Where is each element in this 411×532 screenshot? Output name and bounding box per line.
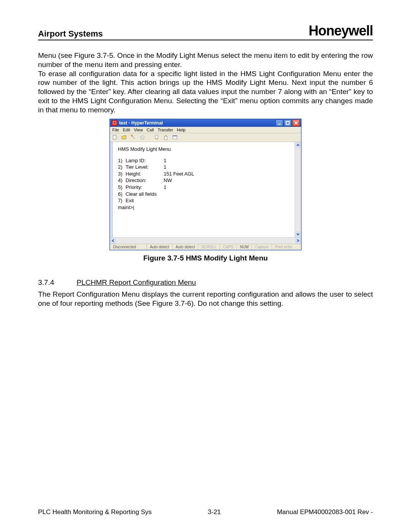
window-title: test - HyperTerminal <box>119 120 276 126</box>
svg-rect-0 <box>286 121 289 125</box>
menu-file[interactable]: File <box>112 128 119 132</box>
body-text: Menu (see Figure 3.7-5. Once in the Modi… <box>38 51 373 114</box>
section-heading: 3.7.4 PLCHMR Report Configuration Menu <box>38 278 373 287</box>
scroll-up-icon[interactable] <box>295 142 301 148</box>
properties-icon[interactable] <box>172 134 178 141</box>
figure-caption: Figure 3.7-5 HMS Modify Light Menu <box>38 254 373 262</box>
svg-rect-5 <box>164 136 167 140</box>
menu-view[interactable]: View <box>134 128 143 132</box>
status-caps: CAPS <box>220 244 237 250</box>
svg-rect-1 <box>113 135 116 139</box>
menubar: File Edit View Call Transfer Help <box>110 127 301 133</box>
receive-icon[interactable] <box>162 134 169 141</box>
page-header: Airport Systems Honeywell <box>38 23 373 40</box>
disconnect-icon[interactable] <box>139 134 146 141</box>
call-icon[interactable] <box>130 134 137 141</box>
statusbar: Disconnected Auto detect Auto detect SCR… <box>110 244 301 250</box>
section-number: 3.7.4 <box>38 278 75 287</box>
terminal-area[interactable]: HMS Modify Light Menu 1)Lamp ID:1 2)Tier… <box>113 142 295 237</box>
menu-help[interactable]: Help <box>177 128 186 132</box>
page-footer: PLC Health Monitoring & Reporting Sys 3-… <box>38 508 373 516</box>
left-gutter <box>110 142 113 237</box>
maximize-button[interactable] <box>284 120 292 126</box>
send-icon[interactable] <box>153 134 160 141</box>
toolbar <box>110 133 301 142</box>
scroll-right-icon[interactable] <box>295 238 301 244</box>
header-left: Airport Systems <box>38 29 103 39</box>
svg-rect-7 <box>173 136 177 136</box>
status-num: NUM <box>237 244 252 250</box>
status-detect1: Auto detect <box>147 244 173 250</box>
close-button[interactable] <box>292 120 300 126</box>
window-titlebar[interactable]: test - HyperTerminal <box>110 119 301 127</box>
horizontal-scrollbar[interactable] <box>110 237 301 244</box>
footer-center: 3-21 <box>208 508 221 516</box>
paragraph-1: Menu (see Figure 3.7-5. Once in the Modi… <box>38 51 373 69</box>
new-icon[interactable] <box>112 134 118 141</box>
status-connection: Disconnected <box>110 244 147 250</box>
footer-right: Manual EPM40002083-001 Rev - <box>277 508 373 516</box>
section-body: The Report Configuration Menu displays t… <box>38 290 373 308</box>
status-echo: Print echo <box>272 244 301 250</box>
status-detect2: Auto detect <box>173 244 199 250</box>
svg-rect-4 <box>155 135 158 139</box>
paragraph-2: To erase all configuration data for a sp… <box>38 69 373 115</box>
scroll-left-icon[interactable] <box>110 238 116 244</box>
minimize-button[interactable] <box>276 120 283 126</box>
terminal-prompt: maint>| <box>118 204 291 211</box>
app-icon <box>112 120 118 126</box>
status-capture: Capture <box>252 244 272 250</box>
menu-edit[interactable]: Edit <box>123 128 130 132</box>
section-title: PLCHMR Report Configuration Menu <box>76 278 196 286</box>
svg-point-2 <box>131 135 132 136</box>
hyperterminal-window: test - HyperTerminal File Edit View Call… <box>110 119 301 250</box>
menu-call[interactable]: Call <box>147 128 154 132</box>
scroll-down-icon[interactable] <box>295 231 301 237</box>
vertical-scrollbar[interactable] <box>295 142 301 237</box>
terminal-title: HMS Modify Light Menu <box>118 146 291 153</box>
brand-logo: Honeywell <box>309 23 373 39</box>
status-scroll: SCROLL <box>198 244 220 250</box>
open-icon[interactable] <box>121 134 127 141</box>
menu-transfer[interactable]: Transfer <box>158 128 173 132</box>
footer-left: PLC Health Monitoring & Reporting Sys <box>38 508 152 516</box>
